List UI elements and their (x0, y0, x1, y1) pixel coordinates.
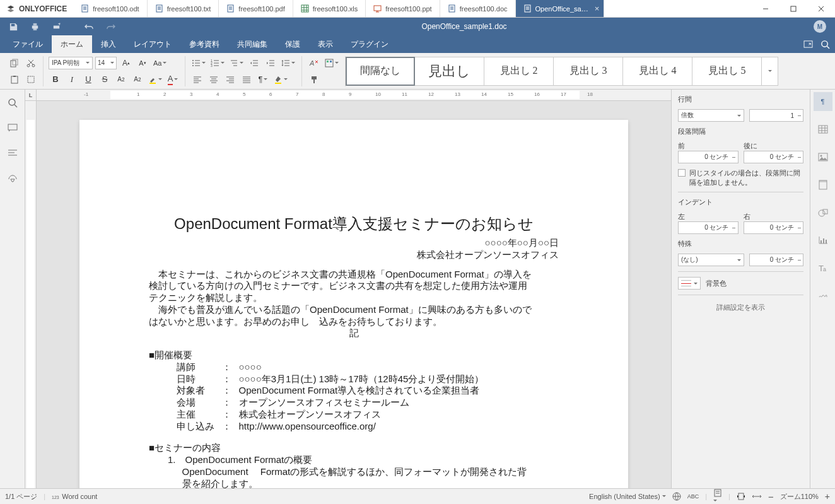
menu-tab[interactable]: ホーム (52, 35, 92, 53)
insert-symbol-button[interactable] (324, 56, 340, 70)
format-painter-button[interactable] (307, 73, 321, 86)
document-tab[interactable]: freesoft100.doc (440, 0, 516, 17)
font-size-select[interactable]: 14 (95, 57, 117, 69)
menu-tab[interactable]: レイアウト (125, 35, 180, 53)
document-canvas[interactable]: OpenDocument Format導入支援セミナーのお知らせ ○○○○年○○… (37, 101, 671, 488)
zoom-in-button[interactable]: + (825, 491, 830, 501)
page-count[interactable]: 1/1 ページ (5, 492, 37, 501)
document-tab[interactable]: freesoft100.txt (148, 0, 219, 17)
image-tab-icon[interactable] (814, 148, 832, 167)
document-tab[interactable]: OpenOffice_sa…× (516, 0, 604, 17)
menu-tab[interactable]: プラグイン (342, 35, 397, 53)
comments-icon[interactable] (6, 121, 20, 135)
increase-size-button[interactable]: A▴ (119, 56, 133, 70)
line-spacing-value[interactable]: 1 (749, 109, 803, 122)
document-tab[interactable]: freesoft100.odt (73, 0, 147, 17)
style-option[interactable]: 見出し (415, 57, 484, 86)
menu-tab[interactable]: 共同編集 (228, 35, 276, 53)
paragraph-tab-icon[interactable]: ¶ (814, 92, 832, 111)
document-tab[interactable]: freesoft100.ppt (366, 0, 440, 17)
fit-page-icon[interactable] (737, 492, 745, 501)
document-tab[interactable]: freesoft100.xls (293, 0, 366, 17)
maximize-button[interactable] (780, 0, 807, 18)
word-count[interactable]: 123 Word count (52, 493, 97, 500)
header-tab-icon[interactable] (814, 175, 832, 194)
border-style[interactable] (678, 277, 701, 290)
select-all-button[interactable] (24, 73, 38, 86)
line-spacing-button[interactable] (280, 56, 296, 70)
underline-button[interactable]: U (81, 73, 95, 86)
zoom-out-button[interactable]: − (768, 491, 774, 502)
decrease-indent-button[interactable] (247, 56, 261, 70)
advanced-settings-link[interactable]: 詳細設定を表示 (678, 303, 803, 312)
horizontal-ruler[interactable]: -1123456789101112131415161718 (37, 90, 671, 101)
spacing-after[interactable]: 0 センチ (744, 151, 804, 163)
spell-lang-icon[interactable] (672, 492, 681, 501)
menu-tab[interactable]: ファイル (4, 35, 52, 53)
style-option[interactable]: 間隔なし (346, 57, 415, 86)
same-style-checkbox[interactable]: 同じスタイルの場合は、段落間に間隔を追加しません。 (678, 168, 803, 187)
multilevel-button[interactable] (228, 56, 245, 70)
styles-more[interactable] (762, 57, 778, 86)
save-button[interactable] (4, 19, 23, 34)
zoom-level[interactable]: ズーム110% (780, 492, 819, 501)
spellcheck-icon[interactable]: ABC (687, 493, 699, 500)
headings-icon[interactable] (6, 146, 20, 160)
font-color-button[interactable]: A (166, 73, 180, 86)
align-right-button[interactable] (223, 73, 237, 86)
subscript-button[interactable]: A2 (131, 73, 144, 86)
track-changes-icon[interactable] (713, 488, 722, 504)
align-center-button[interactable] (207, 73, 221, 86)
copy-button[interactable] (8, 56, 21, 70)
font-family-select[interactable]: IPA P明朝 (49, 57, 93, 69)
signature-tab-icon[interactable] (814, 286, 832, 305)
strike-button[interactable]: S (98, 73, 112, 86)
indent-right[interactable]: 0 センチ (744, 221, 804, 234)
special-indent-value[interactable]: 0 センチ (749, 254, 803, 266)
cut-button[interactable] (24, 56, 38, 70)
language-select[interactable]: English (United States) (589, 493, 666, 500)
paste-button[interactable] (8, 73, 21, 86)
bold-button[interactable]: B (49, 73, 62, 86)
change-case-button[interactable]: Aa (152, 56, 168, 70)
textart-tab-icon[interactable]: Ta (814, 259, 832, 278)
fit-width-icon[interactable] (752, 493, 762, 500)
clear-style-button[interactable]: A (307, 56, 321, 70)
quick-print-button[interactable] (47, 19, 66, 34)
align-justify-button[interactable] (240, 73, 254, 86)
vertical-ruler[interactable] (25, 101, 37, 488)
shading-button[interactable] (272, 73, 289, 86)
feedback-icon[interactable] (6, 172, 20, 185)
shape-tab-icon[interactable] (814, 203, 832, 222)
menu-tab[interactable]: 表示 (309, 35, 342, 53)
style-option[interactable]: 見出し 2 (484, 57, 554, 86)
print-button[interactable] (25, 19, 44, 34)
close-button[interactable] (807, 0, 835, 18)
table-tab-icon[interactable] (814, 120, 832, 139)
align-left-button[interactable] (190, 73, 204, 86)
document-tab[interactable]: freesoft100.pdf (219, 0, 293, 17)
line-spacing-mode[interactable]: 倍数 (678, 109, 744, 122)
increase-indent-button[interactable] (264, 56, 277, 70)
undo-button[interactable] (79, 19, 98, 34)
special-indent-mode[interactable]: (なし) (678, 254, 744, 266)
user-avatar[interactable]: M (814, 20, 826, 33)
menu-tab[interactable]: 保護 (276, 35, 309, 53)
indent-left[interactable]: 0 センチ (678, 221, 739, 234)
highlight-button[interactable] (147, 73, 163, 86)
style-option[interactable]: 見出し 5 (692, 57, 762, 86)
decrease-size-button[interactable]: A▾ (136, 56, 149, 70)
bullets-button[interactable] (190, 56, 207, 70)
search-button[interactable] (820, 40, 830, 49)
spacing-before[interactable]: 0 センチ (678, 151, 739, 163)
minimize-button[interactable] (752, 0, 780, 18)
style-option[interactable]: 見出し 4 (623, 57, 692, 86)
menu-tab[interactable]: 参考資料 (180, 35, 228, 53)
italic-button[interactable]: I (65, 73, 79, 86)
superscript-button[interactable]: A2 (114, 73, 128, 86)
numbering-button[interactable]: 123 (209, 56, 226, 70)
redo-button[interactable] (101, 19, 120, 34)
menu-tab[interactable]: 挿入 (92, 35, 125, 53)
find-icon[interactable] (6, 96, 20, 110)
pilcrow-button[interactable]: ¶ (256, 73, 270, 86)
